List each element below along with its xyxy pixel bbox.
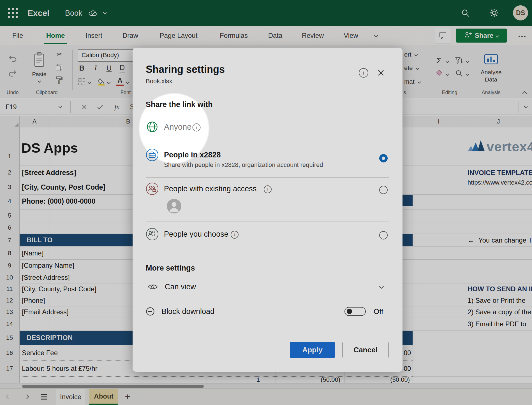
find-icon[interactable] — [455, 69, 463, 77]
find-chevron-icon[interactable] — [466, 73, 469, 75]
block-download-label[interactable]: Block download — [161, 307, 214, 316]
cell-company-title[interactable]: DS Apps — [21, 140, 80, 156]
row-header[interactable]: 15 — [6, 334, 13, 341]
cell-street[interactable]: [Street Address] — [22, 169, 78, 177]
choose-info-icon[interactable] — [231, 231, 239, 239]
row-header[interactable]: 10 — [6, 274, 13, 281]
cell-qty-18[interactable]: 1 — [256, 376, 260, 383]
cell-amount-16[interactable]: 00 — [404, 349, 411, 357]
menu-tab-review[interactable]: Review — [302, 32, 324, 39]
borders-icon[interactable] — [78, 78, 86, 86]
cell-amount-17[interactable]: 00 — [404, 365, 411, 373]
cell-bill-to[interactable]: BILL TO — [27, 236, 52, 244]
row-header[interactable]: 6 — [8, 224, 11, 231]
apply-button[interactable]: Apply — [290, 342, 335, 358]
cancel-button[interactable]: Cancel — [342, 342, 389, 358]
radio-existing[interactable] — [379, 186, 388, 194]
autosum-icon[interactable]: Σ — [437, 57, 441, 65]
row-header[interactable]: 13 — [6, 308, 13, 316]
autosum-chevron-icon[interactable] — [446, 60, 449, 63]
permission-chevron-icon[interactable] — [380, 285, 383, 288]
fx-icon[interactable]: fx — [114, 103, 119, 111]
row-header[interactable]: 4 — [8, 197, 11, 205]
sort-filter-icon[interactable] — [455, 57, 463, 65]
expand-formula-bar-chevron-icon[interactable] — [525, 105, 527, 108]
document-name[interactable]: Book — [65, 9, 82, 18]
row-header[interactable]: 1 — [8, 153, 11, 160]
row-header[interactable]: 2 — [8, 169, 11, 176]
cut-icon[interactable]: ✂ — [56, 50, 62, 58]
column-header-a[interactable]: A — [33, 118, 37, 125]
menu-tab-insert[interactable]: Insert — [85, 32, 102, 39]
row-header[interactable]: 5 — [8, 212, 11, 219]
cell-amount-18b[interactable]: (50.00) — [390, 376, 410, 383]
format-painter-icon[interactable] — [55, 76, 63, 84]
cell-street2[interactable]: [Street Address] — [22, 274, 72, 281]
menu-tab-view[interactable]: View — [344, 32, 358, 39]
sheet-list-menu-icon[interactable] — [41, 394, 47, 400]
row-header[interactable]: 11 — [6, 285, 13, 293]
vertex-url[interactable]: https://www.vertex42.com — [468, 179, 532, 186]
settings-gear-icon[interactable] — [489, 8, 499, 18]
column-header-i[interactable]: I — [438, 118, 440, 125]
dialog-info-icon[interactable] — [359, 68, 368, 78]
font-color-chevron-icon[interactable] — [126, 81, 129, 84]
format-cells-partial[interactable]: mat — [404, 78, 420, 85]
collapse-ribbon-chevron-icon[interactable] — [523, 92, 526, 95]
paste-chevron-icon[interactable] — [38, 80, 41, 82]
menu-tab-file[interactable]: File — [12, 32, 23, 39]
redo-icon[interactable] — [8, 70, 17, 77]
select-all-corner[interactable] — [15, 123, 18, 127]
menu-tab-formulas[interactable]: Formulas — [220, 32, 248, 39]
analyse-data-label-2[interactable]: Data — [485, 76, 497, 83]
row-header[interactable]: 12 — [6, 297, 13, 304]
cell-company-name[interactable]: [Company Name] — [22, 262, 77, 269]
menu-tab-data[interactable]: Data — [268, 32, 283, 39]
add-sheet-icon[interactable]: + — [125, 392, 130, 402]
save-status-cloud-icon[interactable] — [88, 10, 98, 17]
insert-cells-partial[interactable]: ert — [404, 51, 417, 58]
double-underline-button[interactable]: D — [120, 63, 125, 73]
row-header[interactable]: 9 — [8, 262, 11, 269]
cell-description-header[interactable]: DESCRIPTION — [27, 334, 73, 342]
cell-city2[interactable]: [City, County, Post Code] — [22, 285, 99, 293]
name-box-chevron-icon[interactable] — [59, 105, 62, 108]
option-choose-label[interactable]: People you choose — [164, 230, 228, 239]
row-header[interactable]: 17 — [6, 365, 13, 372]
app-launcher-waffle-icon[interactable] — [7, 7, 19, 19]
borders-chevron-icon[interactable] — [88, 81, 91, 84]
row-header[interactable]: 16 — [6, 349, 13, 357]
clear-icon[interactable] — [435, 70, 443, 77]
share-button[interactable]: Share — [456, 29, 507, 43]
option-org-label[interactable]: People in x2828 — [164, 151, 221, 159]
analyse-data-icon[interactable] — [484, 54, 498, 66]
existing-info-icon[interactable] — [264, 185, 272, 193]
formula-enter-icon[interactable] — [97, 104, 103, 110]
search-icon[interactable] — [461, 8, 470, 17]
block-download-toggle[interactable] — [344, 307, 366, 316]
existing-user-avatar[interactable] — [166, 199, 182, 214]
more-ribbon-options-icon[interactable] — [518, 36, 526, 37]
cell-email[interactable]: [Email Address] — [22, 308, 71, 316]
paste-icon[interactable] — [33, 52, 45, 68]
bold-button[interactable]: B — [79, 64, 85, 73]
font-color-icon[interactable]: A — [116, 76, 124, 86]
dialog-close-icon[interactable] — [377, 69, 385, 77]
sheet-tab-invoice[interactable]: Invoice — [56, 389, 85, 405]
prev-sheet-chevron-icon[interactable] — [7, 395, 10, 399]
menu-tab-home[interactable]: Home — [46, 32, 65, 39]
cell-phone[interactable]: Phone: (000) 000-0000 — [22, 197, 98, 205]
undo-icon[interactable] — [8, 55, 17, 62]
cell-phone2[interactable]: [Phone] — [22, 297, 47, 304]
italic-button[interactable]: I — [94, 64, 97, 72]
doc-title-chevron-icon[interactable] — [104, 11, 106, 14]
radio-choose[interactable] — [379, 231, 388, 239]
column-header-j[interactable]: J — [497, 118, 500, 125]
row-header[interactable]: 14 — [6, 320, 13, 328]
app-brand[interactable]: Excel — [27, 8, 49, 18]
delete-cells-partial[interactable]: ete — [404, 64, 419, 72]
copy-icon[interactable] — [55, 64, 63, 71]
next-sheet-chevron-icon[interactable] — [25, 395, 28, 399]
sheet-tab-about[interactable]: About — [89, 389, 118, 405]
fill-color-icon[interactable] — [97, 78, 105, 86]
